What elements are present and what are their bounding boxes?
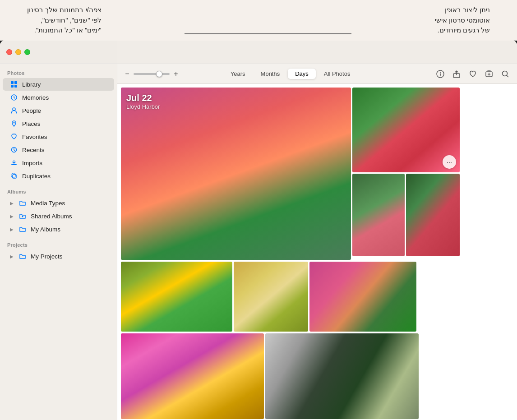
tooltip-area: ניתן ליצור באופן אוטומטי סרטון אישי של ר…	[0, 0, 517, 41]
sidebar-item-label-memories: Memories	[22, 94, 49, 101]
sidebar-item-label-favorites: Favorites	[22, 134, 47, 140]
chevron-right-icon-2: ▶	[10, 214, 14, 219]
sidebar-item-label-duplicates: Duplicates	[22, 173, 51, 180]
photo-cell-row2-1[interactable]	[121, 262, 232, 332]
people-icon	[10, 106, 18, 115]
photo-cell-bottom-right-2[interactable]	[406, 174, 460, 256]
tab-months[interactable]: Months	[254, 69, 287, 79]
photo-row-3	[121, 333, 513, 419]
sidebar-section-projects: Projects	[0, 236, 117, 249]
sidebar-section-photos: Photos	[0, 64, 117, 78]
sidebar-item-imports[interactable]: Imports	[3, 157, 114, 169]
sidebar-item-label-my-albums: My Albums	[31, 226, 60, 233]
svg-rect-8	[11, 164, 17, 165]
recents-icon	[10, 146, 18, 154]
tab-all-photos[interactable]: All Photos	[317, 69, 358, 79]
photo-grid-inner: Jul 22 Lloyd Harbor ···	[117, 84, 517, 420]
tab-group: Years Months Days All Photos	[223, 69, 358, 79]
main-window: Photos Library Memories	[0, 41, 517, 420]
projects-folder-icon	[18, 252, 27, 260]
svg-point-5	[13, 108, 15, 111]
photo-row-2	[121, 262, 513, 332]
svg-point-11	[22, 216, 23, 217]
svg-point-14	[440, 72, 441, 73]
shared-folder-icon	[18, 212, 27, 220]
my-albums-folder-icon	[18, 225, 27, 233]
photo-cell-row3-2[interactable]	[265, 333, 419, 419]
svg-rect-0	[11, 81, 14, 84]
sidebar-item-label-people: People	[22, 107, 41, 114]
svg-rect-9	[13, 175, 16, 178]
tooltip-right: צפה/י בתמונות שלך בסינון לפי "שנים", "חו…	[27, 5, 102, 36]
zoom-controls: − +	[123, 70, 180, 78]
zoom-in-button[interactable]: +	[171, 70, 180, 78]
sidebar-item-media-types[interactable]: ▶ Media Types	[3, 197, 114, 209]
photo-column-right: ···	[352, 88, 460, 260]
minimize-button[interactable]	[15, 49, 21, 55]
sidebar-item-duplicates[interactable]: Duplicates	[3, 170, 114, 182]
zoom-slider[interactable]	[134, 73, 170, 75]
chevron-right-icon: ▶	[10, 201, 14, 206]
sidebar-item-library[interactable]: Library	[3, 78, 114, 91]
favorite-button[interactable]	[466, 68, 479, 80]
photo-row-1: Jul 22 Lloyd Harbor ···	[121, 88, 513, 260]
toolbar-actions	[434, 68, 512, 80]
tooltip-left: ניתן ליצור באופן אוטומטי סרטון אישי של ר…	[435, 5, 490, 36]
toolbar: − + Years Months Days All Photos	[117, 64, 517, 84]
svg-rect-3	[14, 85, 17, 88]
tab-years[interactable]: Years	[223, 69, 253, 79]
sidebar-item-people[interactable]: People	[3, 104, 114, 117]
sidebar-item-label-library: Library	[22, 81, 41, 88]
titlebar	[0, 41, 517, 64]
svg-rect-13	[440, 73, 441, 76]
sidebar-item-label-media-types: Media Types	[31, 200, 65, 207]
sidebar-item-my-projects[interactable]: ▶ My Projects	[3, 250, 114, 263]
photo-cell-main[interactable]: Jul 22 Lloyd Harbor	[121, 88, 351, 260]
photo-cell-row2-2[interactable]	[234, 262, 308, 332]
traffic-lights	[0, 49, 30, 55]
zoom-thumb[interactable]	[156, 71, 162, 77]
sidebar-section-albums: Albums	[0, 183, 117, 196]
imports-icon	[10, 159, 18, 167]
svg-rect-10	[12, 174, 15, 177]
close-button[interactable]	[6, 49, 12, 55]
tab-days[interactable]: Days	[288, 69, 316, 79]
info-button[interactable]	[434, 68, 447, 80]
chevron-right-icon-4: ▶	[10, 254, 14, 259]
sidebar-item-memories[interactable]: Memories	[3, 91, 114, 104]
folder-icon	[18, 199, 27, 207]
grid-icon	[10, 80, 18, 88]
search-button[interactable]	[499, 68, 512, 80]
sidebar-item-shared-albums[interactable]: ▶ Shared Albums	[3, 210, 114, 222]
duplicates-icon	[10, 172, 18, 180]
svg-rect-2	[11, 85, 14, 88]
photo-cell-top-right[interactable]: ···	[352, 88, 460, 172]
main-content: − + Years Months Days All Photos	[117, 41, 517, 420]
sidebar-item-my-albums[interactable]: ▶ My Albums	[3, 223, 114, 235]
photo-cell-row2-3[interactable]	[309, 262, 416, 332]
day-overlay: Jul 22 Lloyd Harbor	[126, 93, 160, 110]
svg-rect-1	[14, 81, 17, 84]
sidebar-item-label-my-projects: My Projects	[31, 253, 63, 260]
sidebar-item-label-imports: Imports	[22, 160, 42, 166]
memories-icon	[10, 93, 18, 102]
location-label: Lloyd Harbor	[126, 103, 160, 110]
photo-row-right-bottom	[352, 174, 460, 256]
add-to-album-button[interactable]	[483, 68, 495, 80]
sidebar-item-recents[interactable]: Recents	[3, 143, 114, 156]
photo-cell-bottom-right-1[interactable]	[352, 174, 405, 256]
photo-cell-row3-1[interactable]	[121, 333, 264, 419]
sidebar-item-label-shared-albums: Shared Albums	[31, 213, 72, 220]
zoom-out-button[interactable]: −	[123, 70, 132, 78]
callout-line	[185, 33, 351, 34]
sidebar: Photos Library Memories	[0, 41, 117, 420]
maximize-button[interactable]	[24, 49, 30, 55]
sidebar-item-favorites[interactable]: Favorites	[3, 130, 114, 143]
sidebar-item-label-recents: Recents	[22, 147, 45, 153]
sidebar-item-places[interactable]: Places	[3, 117, 114, 130]
share-button[interactable]	[450, 68, 463, 80]
svg-point-6	[14, 122, 15, 124]
photo-grid[interactable]: Jul 22 Lloyd Harbor ···	[117, 84, 517, 420]
more-button[interactable]: ···	[443, 155, 456, 169]
sidebar-item-label-places: Places	[22, 120, 41, 127]
